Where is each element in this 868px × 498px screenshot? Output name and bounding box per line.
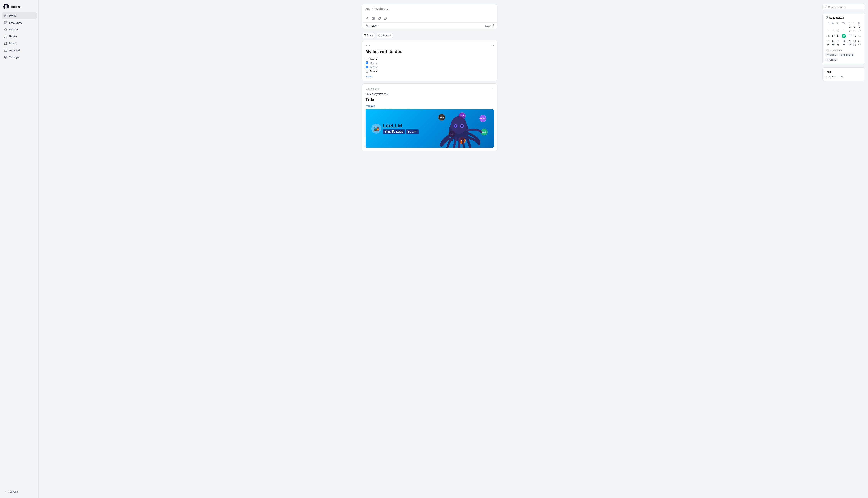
sidebar-item-profile[interactable]: Profile [2, 33, 37, 40]
app-title: bitdoze [10, 5, 21, 8]
calendar-title: August 2024 [829, 16, 844, 19]
logo-avatar [3, 4, 9, 9]
svg-point-2 [5, 7, 8, 9]
cal-day[interactable]: 31 [857, 43, 861, 47]
cal-day[interactable]: 12 [831, 33, 835, 39]
sidebar-item-home[interactable]: Home [2, 12, 37, 19]
cal-day[interactable]: 26 [831, 43, 835, 47]
litellm-image: 🚂 LiteLLM Simplify LLMs TODAY OPENAI [366, 109, 494, 148]
compose-input[interactable] [362, 4, 497, 15]
tags-list: # articles # tasks [825, 75, 862, 78]
cal-day[interactable]: 28 [841, 43, 847, 47]
checkbox-icon[interactable] [371, 16, 375, 21]
search-input[interactable] [828, 5, 863, 9]
cal-day[interactable]: 13 [836, 33, 840, 39]
save-button[interactable]: Save [484, 24, 494, 27]
memo-menu-2[interactable]: ⋯ [490, 87, 494, 91]
cal-day[interactable]: 2 [852, 25, 857, 29]
calendar-header: August 2024 [825, 16, 862, 19]
task-check-3[interactable] [366, 66, 368, 68]
svg-line-26 [826, 7, 827, 8]
litellm-title: LiteLLM [383, 123, 419, 128]
cal-day[interactable]: 10 [857, 29, 861, 33]
sidebar-item-explore[interactable]: Explore [2, 26, 37, 33]
settings-icon [4, 55, 7, 59]
svg-line-8 [6, 30, 7, 31]
code-badge: Code 0 [825, 58, 838, 62]
cal-day[interactable]: 17 [857, 33, 861, 39]
cal-day[interactable]: 27 [836, 43, 840, 47]
search-box [822, 4, 865, 10]
calendar-widget: August 2024 Su Mo Tu We Th Fr Sa [822, 13, 865, 64]
collapse-label: Collapse [8, 490, 18, 493]
cal-day[interactable]: 29 [847, 43, 852, 47]
home-icon [4, 14, 7, 17]
task-label-1: Task 1 [370, 57, 378, 60]
sidebar-item-settings[interactable]: Settings [2, 54, 37, 61]
cal-day[interactable]: 19 [831, 39, 835, 43]
memo-menu-1[interactable]: ⋯ [490, 43, 494, 48]
cal-day[interactable]: 3 [857, 25, 861, 29]
task-check-2[interactable] [366, 62, 368, 64]
tags-more-icon[interactable]: ⋯ [859, 70, 862, 73]
cal-day[interactable]: 8 [847, 29, 852, 33]
privacy-selector[interactable]: Private [366, 24, 380, 27]
tag-remove-button[interactable]: ✕ [390, 34, 391, 37]
task-check-1[interactable] [366, 57, 368, 60]
nav-label-profile: Profile [9, 35, 17, 38]
cal-day[interactable]: 16 [852, 33, 857, 39]
calendar-grid: Su Mo Tu We Th Fr Sa 1234567891011121314… [825, 21, 862, 48]
cal-day[interactable]: 22 [847, 39, 852, 43]
sidebar-item-inbox[interactable]: Inbox [2, 40, 37, 47]
app-logo[interactable]: bitdoze [2, 2, 37, 12]
cal-day[interactable]: 5 [831, 29, 835, 33]
cal-weekday-su: Su [826, 22, 830, 25]
sidebar-item-resources[interactable]: Resources [2, 19, 37, 26]
memo-tag-1[interactable]: #tasks [366, 75, 494, 78]
cal-day[interactable]: 11 [826, 33, 830, 39]
cal-day[interactable]: 9 [852, 29, 857, 33]
task-item-2: Task 2 [366, 61, 494, 65]
cal-day[interactable]: 20 [836, 39, 840, 43]
filters-button[interactable]: Filters [362, 33, 375, 38]
cal-day[interactable]: 4 [826, 29, 830, 33]
sidebar-item-archived[interactable]: Archived [2, 47, 37, 54]
cal-weekday-mo: Mo [831, 22, 835, 25]
memo-header-2: 1 minute ago ⋯ [366, 87, 494, 91]
memo-header-1: now ⋯ [366, 43, 494, 48]
cal-day[interactable]: 25 [826, 43, 830, 47]
tag-articles[interactable]: # articles [825, 75, 835, 78]
link-icon[interactable] [383, 16, 388, 21]
nav-label-inbox: Inbox [9, 42, 16, 45]
cal-day[interactable]: 15 [847, 33, 852, 39]
right-panel: August 2024 Su Mo Tu We Th Fr Sa [822, 4, 865, 494]
cal-day[interactable]: 6 [836, 29, 840, 33]
cal-day[interactable]: 14 [841, 33, 847, 39]
collapse-button[interactable]: Collapse [2, 488, 37, 495]
cal-day[interactable]: 23 [852, 39, 857, 43]
nav-label-home: Home [9, 14, 16, 17]
hashtag-icon[interactable]: # [365, 16, 369, 21]
cal-day[interactable]: 18 [826, 39, 830, 43]
task-item-3: Task 4 [366, 65, 494, 69]
cal-day [826, 25, 830, 29]
task-list: Task 1 Task 2 Task 4 Task 6 [366, 56, 494, 74]
memo-time-1: now [366, 44, 370, 47]
cal-day[interactable]: 30 [852, 43, 857, 47]
cal-day[interactable]: 7 [841, 29, 847, 33]
content-area: # Private [39, 0, 868, 498]
rocket-icon-circle: 🚂 [371, 123, 381, 133]
cal-weekday-tu: Tu [836, 22, 840, 25]
memo-tag-2[interactable]: #articles [366, 104, 494, 107]
cal-day[interactable]: 21 [841, 39, 847, 43]
litellm-image-text: LiteLLM Simplify LLMs TODAY [383, 123, 419, 134]
privacy-label: Private [369, 24, 376, 27]
nav-label-archived: Archived [9, 49, 20, 52]
sidebar-footer: Collapse [2, 487, 37, 496]
tag-tasks[interactable]: # tasks [836, 75, 843, 78]
cal-day[interactable]: 24 [857, 39, 861, 43]
cal-day[interactable]: 1 [847, 25, 852, 29]
task-check-4[interactable] [366, 70, 368, 73]
attachment-icon[interactable] [377, 16, 382, 21]
active-tag-badge: articles ✕ [377, 33, 393, 38]
